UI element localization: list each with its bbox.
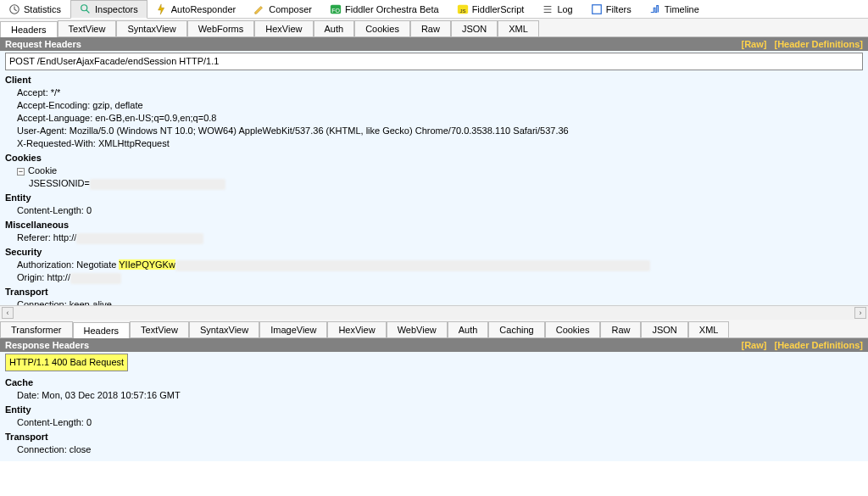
cookie-node[interactable]: −Cookie [5,164,863,177]
resp-hdr-connection[interactable]: Connection: close [5,443,863,456]
main-tabstrip: Statistics Inspectors AutoResponder Comp… [0,0,868,19]
hdr-accept[interactable]: Accept: */* [5,86,863,99]
resp-group-cache: Cache [5,376,863,389]
redacted-value [90,179,225,190]
subtab-cookies[interactable]: Cookies [354,20,410,36]
group-entity: Entity [5,192,863,204]
tab-label: Log [557,4,572,14]
subtab-hexview[interactable]: HexView [254,20,313,36]
response-raw-link[interactable]: [Raw] [741,340,766,350]
tab-statistics[interactable]: Statistics [0,1,70,18]
tab-label: Filters [606,4,632,14]
tab-log[interactable]: Log [533,1,581,18]
tab-label: AutoResponder [171,4,236,14]
group-client: Client [5,74,863,86]
tab-timeline[interactable]: Timeline [641,1,709,18]
hdr-origin[interactable]: Origin: http:// [5,271,863,284]
response-headerdef-link[interactable]: [Header Definitions] [774,340,863,350]
lightning-icon [156,3,168,15]
resp-subtab-raw[interactable]: Raw [600,321,641,337]
resp-subtab-webview[interactable]: WebView [387,321,448,337]
resp-subtab-syntaxview[interactable]: SyntaxView [189,321,259,337]
tab-inspectors[interactable]: Inspectors [70,0,147,19]
tab-label: Inspectors [95,4,138,14]
hdr-jsessionid[interactable]: JSESSIONID= [5,177,863,190]
svg-text:FO: FO [331,7,340,13]
horizontal-scrollbar[interactable]: ‹ › [0,305,868,320]
resp-hdr-date[interactable]: Date: Mon, 03 Dec 2018 10:57:16 GMT [5,389,863,402]
hdr-user-agent[interactable]: User-Agent: Mozilla/5.0 (Windows NT 10.0… [5,125,863,137]
resp-subtab-caching[interactable]: Caching [488,321,544,337]
response-headers-title: Response Headers [5,340,89,350]
response-panel: HTTP/1.1 400 Bad Request Cache Date: Mon… [0,352,868,461]
resp-subtab-json[interactable]: JSON [641,321,687,337]
subtab-auth[interactable]: Auth [314,20,355,36]
tab-label: Composer [269,4,312,14]
response-status-line[interactable]: HTTP/1.1 400 Bad Request [5,354,128,371]
fo-badge-icon: FO [330,3,342,15]
request-subtabs: Headers TextView SyntaxView WebForms Hex… [0,19,868,37]
collapse-icon[interactable]: − [17,168,25,176]
resp-subtab-transformer[interactable]: Transformer [0,321,73,337]
subtab-json[interactable]: JSON [451,20,498,36]
response-subtabs: Transformer Headers TextView SyntaxView … [0,320,868,338]
list-icon [542,3,554,15]
checkbox-icon [591,3,603,15]
tab-autoresponder[interactable]: AutoResponder [147,1,245,18]
scroll-left-icon[interactable]: ‹ [2,307,14,319]
response-headers-bar: Response Headers [Raw] [Header Definitio… [0,338,868,352]
resp-subtab-headers[interactable]: Headers [73,322,131,338]
request-panel: POST /EndUserAjaxFacade/endSession HTTP/… [0,51,868,305]
js-badge-icon: JS [457,3,469,15]
tab-filters[interactable]: Filters [582,1,641,18]
hdr-referer[interactable]: Referer: http:// [5,231,863,244]
subtab-xml[interactable]: XML [498,20,539,36]
request-raw-link[interactable]: [Raw] [741,39,766,49]
tab-label: Fiddler Orchestra Beta [345,4,439,14]
subtab-syntaxview[interactable]: SyntaxView [116,20,186,36]
tab-orchestra[interactable]: FO Fiddler Orchestra Beta [321,1,448,18]
resp-group-transport: Transport [5,431,863,443]
hdr-x-requested-with[interactable]: X-Requested-With: XMLHttpRequest [5,137,863,150]
resp-subtab-cookies[interactable]: Cookies [545,321,601,337]
tab-composer[interactable]: Composer [245,1,321,18]
auth-token-highlight: YIIePQYGKw [119,259,175,270]
resp-group-entity: Entity [5,404,863,416]
tab-fiddlerscript[interactable]: JS FiddlerScript [448,1,534,18]
subtab-webforms[interactable]: WebForms [187,20,255,36]
resp-subtab-imageview[interactable]: ImageView [259,321,327,337]
redacted-value [70,273,121,284]
redacted-value [76,233,203,244]
resp-subtab-xml[interactable]: XML [688,321,730,337]
group-transport: Transport [5,286,863,298]
group-security: Security [5,246,863,259]
svg-point-1 [81,4,87,10]
group-misc: Miscellaneous [5,219,863,231]
hdr-authorization[interactable]: Authorization: Negotiate YIIePQYGKw [5,259,863,271]
hdr-content-length[interactable]: Content-Length: 0 [5,204,863,217]
clock-icon [8,3,20,15]
subtab-textview[interactable]: TextView [58,20,117,36]
subtab-headers[interactable]: Headers [0,21,58,37]
hdr-connection[interactable]: Connection: keep-alive [5,298,863,305]
tab-label: FiddlerScript [472,4,525,14]
pencil-icon [253,3,265,15]
hdr-accept-encoding[interactable]: Accept-Encoding: gzip, deflate [5,99,863,112]
svg-text:JS: JS [459,7,465,13]
resp-hdr-content-length[interactable]: Content-Length: 0 [5,416,863,429]
resp-subtab-textview[interactable]: TextView [130,321,189,337]
resp-subtab-hexview[interactable]: HexView [327,321,386,337]
scroll-right-icon[interactable]: › [854,307,866,319]
svg-rect-6 [592,4,601,14]
request-headers-title: Request Headers [5,39,81,49]
redacted-value [175,260,650,271]
request-line[interactable]: POST /EndUserAjaxFacade/endSession HTTP/… [5,53,863,70]
request-headerdef-link[interactable]: [Header Definitions] [774,39,863,49]
subtab-raw[interactable]: Raw [410,20,451,36]
timeline-icon [649,3,661,15]
magnifier-icon [80,3,92,15]
hdr-accept-language[interactable]: Accept-Language: en-GB,en-US;q=0.9,en;q=… [5,112,863,125]
request-headers-bar: Request Headers [Raw] [Header Definition… [0,37,868,51]
resp-subtab-auth[interactable]: Auth [448,321,489,337]
tab-label: Timeline [665,4,699,14]
